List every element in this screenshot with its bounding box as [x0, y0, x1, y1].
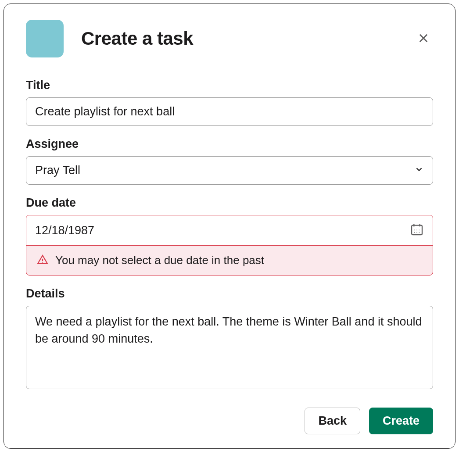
warning-icon — [37, 254, 48, 267]
due-date-input[interactable]: 12/18/1987 — [26, 215, 433, 245]
modal-header: Create a task — [26, 20, 433, 57]
title-label: Title — [26, 79, 433, 92]
modal-footer: Back Create — [26, 408, 433, 434]
back-button[interactable]: Back — [305, 408, 360, 434]
modal-title: Create a task — [81, 28, 193, 49]
svg-point-7 — [42, 262, 43, 263]
due-date-value: 12/18/1987 — [35, 224, 94, 237]
app-icon — [26, 20, 64, 57]
svg-point-4 — [414, 232, 415, 233]
svg-point-1 — [414, 230, 415, 231]
header-left: Create a task — [26, 20, 193, 57]
details-label: Details — [26, 287, 433, 301]
svg-point-6 — [419, 232, 420, 233]
field-due-date: Due date 12/18/1987 — [26, 196, 433, 276]
svg-point-3 — [419, 230, 420, 231]
close-button[interactable] — [414, 29, 433, 49]
error-text: You may not select a due date in the pas… — [55, 254, 264, 267]
field-details: Details — [26, 287, 433, 391]
create-task-modal: Create a task Title Assignee Pray Tell D… — [4, 4, 455, 449]
chevron-down-icon — [414, 164, 424, 177]
svg-point-2 — [416, 230, 417, 231]
due-date-input-wrapper: 12/18/1987 — [26, 215, 433, 245]
calendar-icon — [410, 222, 424, 238]
details-textarea[interactable] — [26, 306, 433, 389]
field-assignee: Assignee Pray Tell — [26, 137, 433, 185]
svg-point-5 — [416, 232, 417, 233]
assignee-label: Assignee — [26, 137, 433, 151]
create-button[interactable]: Create — [369, 408, 433, 434]
due-date-label: Due date — [26, 196, 433, 210]
field-title: Title — [26, 79, 433, 126]
due-date-error: You may not select a due date in the pas… — [26, 245, 433, 276]
assignee-select[interactable]: Pray Tell — [26, 156, 433, 185]
close-icon — [417, 39, 430, 46]
assignee-selected-value: Pray Tell — [35, 164, 80, 177]
title-input[interactable] — [26, 97, 433, 126]
